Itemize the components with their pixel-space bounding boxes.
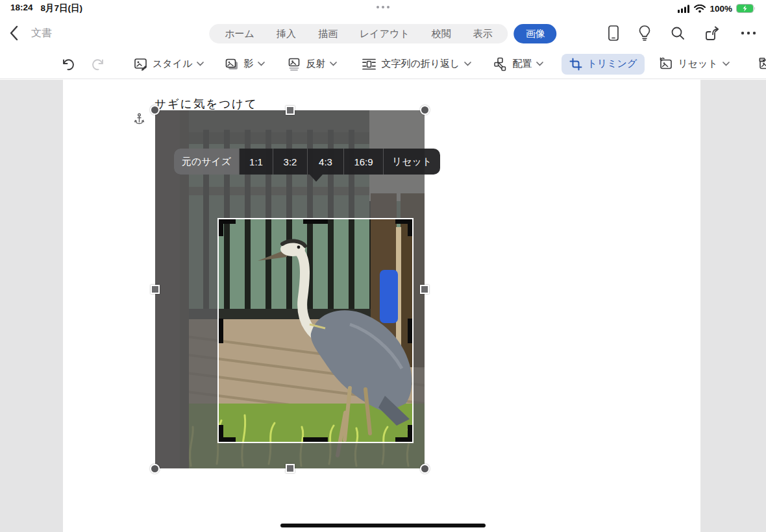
aspect-original-size[interactable]: 元のサイズ [174,149,239,175]
shadow-button[interactable]: 影 [222,54,267,75]
chevron-down-icon [258,62,265,66]
system-handle-dots[interactable] [377,6,389,8]
crop-edge-handle-left[interactable] [219,319,223,343]
text-wrap-icon [362,57,377,71]
chevron-down-icon [464,62,471,66]
reflection-button[interactable]: 反射 [284,54,340,75]
crop-dim-overlay [412,219,425,442]
alt-text-icon [758,57,766,71]
tab-layout[interactable]: レイアウト [360,28,410,40]
crop-button[interactable]: トリミング [562,54,645,75]
selection-handle-top-right[interactable] [420,105,430,115]
status-time: 18:24 [10,3,33,14]
more-ellipsis-icon[interactable] [740,30,757,36]
ribbon-tabs: ホーム 挿入 描画 レイアウト 校閲 表示 画像 [209,24,556,43]
home-indicator[interactable] [280,524,486,527]
anchor-icon [134,113,144,125]
reset-picture-icon [659,57,673,71]
battery-percent: 100% [710,4,732,14]
text-wrap-button[interactable]: 文字列の折り返し [359,54,474,75]
crop-edge-handle-right[interactable] [408,319,412,343]
picture-reflection-icon [287,57,301,71]
arrange-icon [493,57,508,71]
chevron-down-icon [536,62,543,66]
popup-pointer-arrow [310,175,323,182]
selection-handle-top[interactable] [286,106,295,115]
aspect-4-3[interactable]: 4:3 [307,149,343,175]
wifi-icon [694,5,706,13]
selection-handle-bottom-left[interactable] [150,464,160,474]
cellular-signal-icon [678,5,690,13]
crop-corner-handle-tl[interactable] [219,219,236,236]
aspect-1-1[interactable]: 1:1 [239,149,273,175]
chevron-down-icon [330,62,337,66]
tab-picture-active[interactable]: 画像 [514,24,557,43]
crop-dim-overlay [155,219,219,442]
crop-edge-handle-top[interactable] [303,219,328,224]
search-icon[interactable] [670,25,686,41]
aspect-16-9[interactable]: 16:9 [343,149,383,175]
picture-style-icon [134,57,148,71]
tab-view[interactable]: 表示 [473,28,493,40]
status-bar: 18:24 8月7日(日) 100% [0,0,766,17]
selection-handle-bottom[interactable] [286,464,295,473]
chevron-down-icon [197,62,204,66]
tab-review[interactable]: 校閲 [432,28,451,40]
selection-handle-right[interactable] [420,285,429,294]
selection-handle-left[interactable] [151,285,160,294]
crop-aspect-popup: 元のサイズ 1:1 3:2 4:3 16:9 リセット [174,149,440,175]
document-title[interactable]: 文書 [31,27,52,40]
alt-text-button[interactable]: 代替テキスト [756,54,766,75]
lightbulb-icon[interactable] [638,25,651,42]
tab-home[interactable]: ホーム [225,28,254,40]
style-button[interactable]: スタイル [131,54,206,75]
crop-corner-handle-br[interactable] [395,425,412,442]
mobile-view-icon[interactable] [608,25,619,42]
chevron-down-icon [723,62,730,66]
crop-corner-handle-tr[interactable] [395,219,412,236]
crop-icon [569,58,582,71]
app-header: 文書 ホーム 挿入 描画 レイアウト 校閲 表示 画像 [0,17,766,49]
undo-button[interactable] [58,54,78,75]
status-date: 8月7日(日) [41,3,83,14]
back-button[interactable] [8,25,21,42]
tab-draw[interactable]: 描画 [318,28,338,40]
selection-handle-bottom-right[interactable] [420,464,430,474]
selection-handle-top-left[interactable] [150,105,160,115]
document-canvas: サギに気をつけて [0,80,766,532]
aspect-reset[interactable]: リセット [383,149,440,175]
crop-edge-handle-bottom[interactable] [303,437,328,442]
crop-frame[interactable] [217,218,414,443]
picture-shadow-icon [225,57,239,71]
document-heading-text[interactable]: サギに気をつけて [154,96,258,112]
battery-icon [736,4,756,13]
share-icon[interactable] [704,25,721,42]
crop-corner-handle-bl[interactable] [219,425,236,442]
aspect-3-2[interactable]: 3:2 [273,149,307,175]
arrange-button[interactable]: 配置 [491,54,546,75]
reset-picture-button[interactable]: リセット [656,54,732,75]
tab-insert[interactable]: 挿入 [277,28,296,40]
redo-button[interactable] [88,54,108,75]
picture-toolbar: スタイル 影 反射 文字列の折り返し [0,49,766,79]
